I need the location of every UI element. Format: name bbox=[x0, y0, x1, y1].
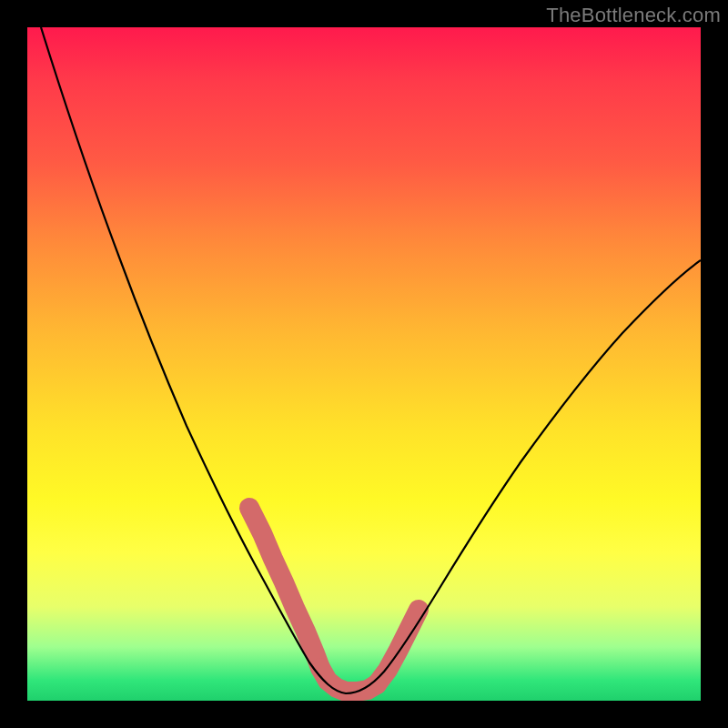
bottleneck-curve-svg bbox=[27, 27, 701, 701]
marker-right-ascent bbox=[377, 610, 419, 684]
marker-valley bbox=[320, 668, 377, 692]
chart-frame: TheBottleneck.com bbox=[0, 0, 728, 728]
plot-area bbox=[27, 27, 701, 701]
watermark-text: TheBottleneck.com bbox=[546, 4, 721, 27]
bottleneck-curve-line bbox=[41, 27, 701, 693]
marker-left-descent bbox=[249, 508, 320, 668]
